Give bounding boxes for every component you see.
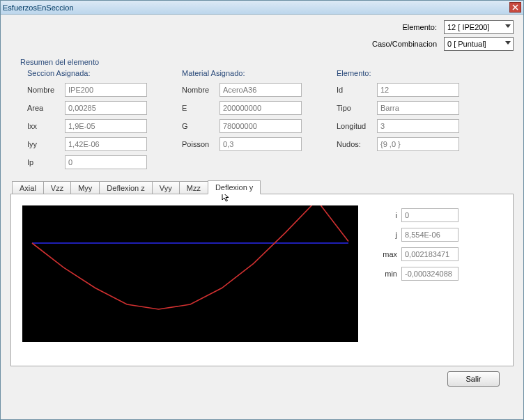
elemento-combo[interactable]: 12 [ IPE200]	[444, 20, 514, 34]
material-g-field	[219, 119, 302, 133]
tab-myy[interactable]: Myy	[70, 181, 100, 194]
series-deflexion-y	[32, 205, 348, 309]
footer: Salir	[10, 367, 514, 388]
material-column: Material Asignado: Nombre E G Poisson	[182, 69, 302, 169]
material-g-label: G	[182, 122, 215, 130]
elemento-selector-row: Elemento: 12 [ IPE200]	[10, 20, 514, 34]
material-title: Material Asignado:	[182, 69, 302, 77]
elemento-tipo-field	[377, 101, 459, 115]
side-min-label: min	[378, 270, 397, 278]
elemento-id-label: Id	[337, 86, 373, 94]
tabstrip: AxialVzzMyyDeflexion zVyyMzzDeflexion y	[10, 180, 514, 194]
close-button[interactable]	[509, 2, 521, 13]
chevron-down-icon	[505, 24, 511, 28]
app-window: EsfuerzosEnSeccion Elemento: 12 [ IPE200…	[0, 0, 524, 420]
seccion-ip-label: Ip	[27, 158, 61, 166]
material-poisson-field	[219, 137, 302, 151]
seccion-ixx-label: Ixx	[27, 122, 61, 130]
seccion-iyy-field	[65, 137, 147, 151]
material-nombre-label: Nombre	[182, 86, 215, 94]
material-poisson-label: Poisson	[182, 140, 215, 148]
material-e-field	[219, 101, 302, 115]
resumen-panel: Seccion Asignada: Nombre Area Ixx Iyy Ip…	[10, 69, 514, 169]
seccion-area-label: Area	[27, 104, 61, 112]
deflection-plot	[22, 205, 358, 342]
tab-vyy[interactable]: Vyy	[152, 181, 180, 194]
elemento-title: Elemento:	[337, 69, 459, 77]
close-icon	[512, 4, 518, 10]
elemento-label: Elemento:	[402, 23, 437, 31]
caso-label: Caso/Combinacion	[372, 40, 437, 48]
content-area: Elemento: 12 [ IPE200] Caso/Combinacion …	[1, 15, 523, 419]
elemento-tipo-label: Tipo	[337, 104, 373, 112]
salir-button[interactable]: Salir	[447, 371, 500, 387]
plot-svg	[22, 205, 358, 342]
elemento-nudos-label: Nudos:	[337, 140, 373, 148]
seccion-ixx-field	[65, 119, 147, 133]
caso-selector-row: Caso/Combinacion 0 [ Puntual]	[10, 37, 514, 51]
elemento-longitud-label: Longitud	[337, 122, 373, 130]
elemento-id-field	[377, 83, 459, 97]
tab-mzz[interactable]: Mzz	[179, 181, 208, 194]
material-e-label: E	[182, 104, 215, 112]
elemento-nudos-field	[377, 137, 459, 151]
titlebar: EsfuerzosEnSeccion	[1, 1, 523, 15]
side-min-field	[401, 267, 458, 281]
resumen-title: Resumen del elemento	[20, 58, 514, 66]
material-nombre-field	[219, 83, 302, 97]
salir-label: Salir	[465, 375, 481, 383]
seccion-column: Seccion Asignada: Nombre Area Ixx Iyy Ip	[27, 69, 147, 169]
window-title: EsfuerzosEnSeccion	[3, 3, 509, 12]
seccion-area-field	[65, 101, 147, 115]
plot-side-values: i j max min	[378, 208, 458, 359]
elemento-column: Elemento: Id Tipo Longitud Nudos:	[337, 69, 459, 169]
side-j-label: j	[378, 231, 397, 239]
seccion-nombre-label: Nombre	[27, 86, 61, 94]
seccion-nombre-field	[65, 83, 147, 97]
side-max-label: max	[378, 250, 397, 258]
side-j-field	[401, 228, 458, 242]
elemento-longitud-field	[377, 119, 459, 133]
tab-content: i j max min	[10, 194, 514, 366]
tab-deflexion-y[interactable]: Deflexion y	[208, 180, 261, 194]
side-max-field	[401, 247, 458, 261]
tab-vzz[interactable]: Vzz	[43, 181, 71, 194]
side-i-label: i	[378, 211, 397, 219]
seccion-iyy-label: Iyy	[27, 140, 61, 148]
elemento-combo-value: 12 [ IPE200]	[447, 23, 490, 31]
seccion-ip-field	[65, 155, 147, 169]
seccion-title: Seccion Asignada:	[27, 69, 147, 77]
tab-deflexion-z[interactable]: Deflexion z	[99, 181, 152, 194]
tab-axial[interactable]: Axial	[12, 181, 44, 194]
chevron-down-icon	[505, 41, 511, 45]
caso-combo[interactable]: 0 [ Puntual]	[444, 37, 514, 51]
side-i-field	[401, 208, 458, 222]
caso-combo-value: 0 [ Puntual]	[447, 40, 486, 48]
